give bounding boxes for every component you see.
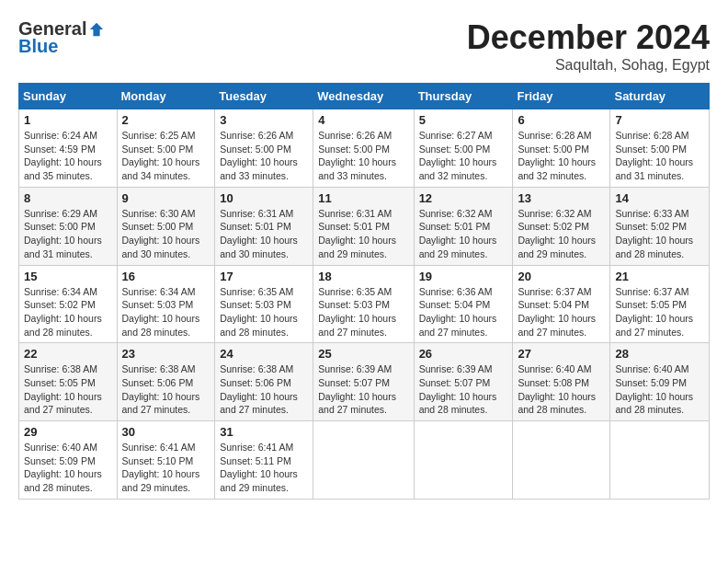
calendar-cell: 10Sunrise: 6:31 AMSunset: 5:01 PMDayligh… xyxy=(215,187,313,265)
day-info: Sunrise: 6:33 AMSunset: 5:02 PMDaylight:… xyxy=(615,207,704,261)
calendar-week-row: 8Sunrise: 6:29 AMSunset: 5:00 PMDaylight… xyxy=(19,187,710,265)
day-info: Sunrise: 6:30 AMSunset: 5:00 PMDaylight:… xyxy=(122,207,210,261)
calendar-cell: 5Sunrise: 6:27 AMSunset: 5:00 PMDaylight… xyxy=(414,109,513,188)
calendar-cell: 8Sunrise: 6:29 AMSunset: 5:00 PMDaylight… xyxy=(19,187,118,265)
location: Saqultah, Sohag, Egypt xyxy=(467,57,710,74)
calendar-cell: 11Sunrise: 6:31 AMSunset: 5:01 PMDayligh… xyxy=(313,187,414,265)
day-info: Sunrise: 6:38 AMSunset: 5:06 PMDaylight:… xyxy=(122,362,210,417)
day-number: 12 xyxy=(419,191,508,205)
calendar-cell: 18Sunrise: 6:35 AMSunset: 5:03 PMDayligh… xyxy=(313,265,414,343)
day-info: Sunrise: 6:34 AMSunset: 5:02 PMDaylight:… xyxy=(24,285,112,339)
day-number: 26 xyxy=(419,347,508,361)
day-info: Sunrise: 6:24 AMSunset: 4:59 PMDaylight:… xyxy=(24,129,112,183)
day-info: Sunrise: 6:38 AMSunset: 5:05 PMDaylight:… xyxy=(24,362,112,417)
calendar-cell: 17Sunrise: 6:35 AMSunset: 5:03 PMDayligh… xyxy=(215,265,313,343)
calendar-cell: 16Sunrise: 6:34 AMSunset: 5:03 PMDayligh… xyxy=(117,265,215,343)
day-info: Sunrise: 6:27 AMSunset: 5:00 PMDaylight:… xyxy=(419,129,508,183)
calendar-cell: 29Sunrise: 6:40 AMSunset: 5:09 PMDayligh… xyxy=(19,421,118,500)
day-number: 20 xyxy=(518,270,605,283)
calendar-header-thursday: Thursday xyxy=(414,84,513,109)
day-info: Sunrise: 6:29 AMSunset: 5:00 PMDaylight:… xyxy=(24,207,112,261)
calendar-cell: 30Sunrise: 6:41 AMSunset: 5:10 PMDayligh… xyxy=(117,421,215,500)
calendar-cell: 2Sunrise: 6:25 AMSunset: 5:00 PMDaylight… xyxy=(117,109,215,188)
day-number: 9 xyxy=(122,191,210,205)
day-info: Sunrise: 6:35 AMSunset: 5:03 PMDaylight:… xyxy=(318,285,408,339)
calendar-cell: 31Sunrise: 6:41 AMSunset: 5:11 PMDayligh… xyxy=(215,421,313,500)
day-info: Sunrise: 6:25 AMSunset: 5:00 PMDaylight:… xyxy=(122,129,210,183)
calendar-table: SundayMondayTuesdayWednesdayThursdayFrid… xyxy=(18,83,710,500)
calendar-cell: 24Sunrise: 6:38 AMSunset: 5:06 PMDayligh… xyxy=(215,343,313,421)
day-info: Sunrise: 6:40 AMSunset: 5:09 PMDaylight:… xyxy=(24,441,112,495)
calendar-cell: 19Sunrise: 6:36 AMSunset: 5:04 PMDayligh… xyxy=(414,265,513,343)
day-number: 1 xyxy=(24,113,112,127)
logo-blue: Blue xyxy=(18,36,58,57)
day-number: 28 xyxy=(615,347,704,361)
day-number: 13 xyxy=(518,191,605,205)
day-info: Sunrise: 6:40 AMSunset: 5:08 PMDaylight:… xyxy=(518,362,605,417)
calendar-header-tuesday: Tuesday xyxy=(215,84,313,109)
calendar-header-friday: Friday xyxy=(513,84,610,109)
calendar-header-saturday: Saturday xyxy=(610,84,710,109)
day-number: 8 xyxy=(24,191,112,205)
calendar-cell: 12Sunrise: 6:32 AMSunset: 5:01 PMDayligh… xyxy=(414,187,513,265)
calendar-header-monday: Monday xyxy=(117,84,215,109)
day-info: Sunrise: 6:32 AMSunset: 5:02 PMDaylight:… xyxy=(518,207,605,261)
day-info: Sunrise: 6:28 AMSunset: 5:00 PMDaylight:… xyxy=(518,129,605,183)
calendar-cell: 21Sunrise: 6:37 AMSunset: 5:05 PMDayligh… xyxy=(610,265,710,343)
day-info: Sunrise: 6:38 AMSunset: 5:06 PMDaylight:… xyxy=(220,362,308,417)
day-number: 25 xyxy=(318,347,408,361)
calendar-cell: 27Sunrise: 6:40 AMSunset: 5:08 PMDayligh… xyxy=(513,343,610,421)
day-number: 18 xyxy=(318,270,408,283)
day-number: 3 xyxy=(220,113,308,127)
calendar-cell: 20Sunrise: 6:37 AMSunset: 5:04 PMDayligh… xyxy=(513,265,610,343)
logo-icon xyxy=(88,21,105,38)
calendar-cell: 25Sunrise: 6:39 AMSunset: 5:07 PMDayligh… xyxy=(313,343,414,421)
calendar-cell xyxy=(414,421,513,500)
day-info: Sunrise: 6:31 AMSunset: 5:01 PMDaylight:… xyxy=(318,207,408,261)
day-info: Sunrise: 6:31 AMSunset: 5:01 PMDaylight:… xyxy=(220,207,308,261)
day-info: Sunrise: 6:26 AMSunset: 5:00 PMDaylight:… xyxy=(318,129,408,183)
day-info: Sunrise: 6:35 AMSunset: 5:03 PMDaylight:… xyxy=(220,285,308,339)
calendar-cell: 3Sunrise: 6:26 AMSunset: 5:00 PMDaylight… xyxy=(215,109,313,188)
day-info: Sunrise: 6:41 AMSunset: 5:10 PMDaylight:… xyxy=(122,441,210,495)
day-info: Sunrise: 6:39 AMSunset: 5:07 PMDaylight:… xyxy=(318,362,408,417)
day-number: 24 xyxy=(220,347,308,361)
calendar-cell xyxy=(513,421,610,500)
calendar-week-row: 29Sunrise: 6:40 AMSunset: 5:09 PMDayligh… xyxy=(19,421,710,500)
calendar-cell: 26Sunrise: 6:39 AMSunset: 5:07 PMDayligh… xyxy=(414,343,513,421)
day-info: Sunrise: 6:34 AMSunset: 5:03 PMDaylight:… xyxy=(122,285,210,339)
calendar-cell: 22Sunrise: 6:38 AMSunset: 5:05 PMDayligh… xyxy=(19,343,118,421)
calendar-cell: 4Sunrise: 6:26 AMSunset: 5:00 PMDaylight… xyxy=(313,109,414,188)
calendar-cell: 13Sunrise: 6:32 AMSunset: 5:02 PMDayligh… xyxy=(513,187,610,265)
day-number: 23 xyxy=(122,347,210,361)
calendar-week-row: 22Sunrise: 6:38 AMSunset: 5:05 PMDayligh… xyxy=(19,343,710,421)
day-info: Sunrise: 6:32 AMSunset: 5:01 PMDaylight:… xyxy=(419,207,508,261)
day-info: Sunrise: 6:36 AMSunset: 5:04 PMDaylight:… xyxy=(419,285,508,339)
calendar-cell: 1Sunrise: 6:24 AMSunset: 4:59 PMDaylight… xyxy=(19,109,118,188)
day-number: 6 xyxy=(518,113,605,127)
day-number: 11 xyxy=(318,191,408,205)
calendar-cell: 28Sunrise: 6:40 AMSunset: 5:09 PMDayligh… xyxy=(610,343,710,421)
day-number: 27 xyxy=(518,347,605,361)
day-info: Sunrise: 6:41 AMSunset: 5:11 PMDaylight:… xyxy=(220,441,308,495)
calendar-cell xyxy=(313,421,414,500)
calendar-header-row: SundayMondayTuesdayWednesdayThursdayFrid… xyxy=(19,84,710,109)
calendar-header-sunday: Sunday xyxy=(19,84,118,109)
day-info: Sunrise: 6:37 AMSunset: 5:05 PMDaylight:… xyxy=(615,285,704,339)
title-block: December 2024 Saqultah, Sohag, Egypt xyxy=(467,18,710,74)
calendar-cell xyxy=(610,421,710,500)
day-number: 22 xyxy=(24,347,112,361)
month-title: December 2024 xyxy=(467,18,710,57)
day-number: 29 xyxy=(24,425,112,439)
page-header: General Blue December 2024 Saqultah, Soh… xyxy=(18,18,710,74)
day-number: 21 xyxy=(615,270,704,283)
logo: General Blue xyxy=(18,18,105,57)
day-number: 16 xyxy=(122,270,210,283)
calendar-cell: 15Sunrise: 6:34 AMSunset: 5:02 PMDayligh… xyxy=(19,265,118,343)
day-number: 15 xyxy=(24,270,112,283)
calendar-header-wednesday: Wednesday xyxy=(313,84,414,109)
day-info: Sunrise: 6:26 AMSunset: 5:00 PMDaylight:… xyxy=(220,129,308,183)
calendar-cell: 7Sunrise: 6:28 AMSunset: 5:00 PMDaylight… xyxy=(610,109,710,188)
day-info: Sunrise: 6:37 AMSunset: 5:04 PMDaylight:… xyxy=(518,285,605,339)
day-number: 2 xyxy=(122,113,210,127)
